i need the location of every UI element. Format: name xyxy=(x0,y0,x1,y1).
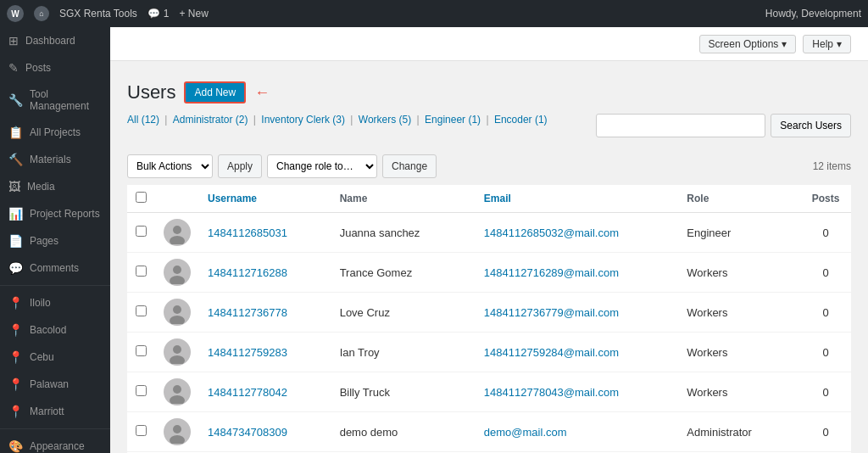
table-row: 1484112778042 Billy Truck 1484112778043@… xyxy=(127,372,851,412)
filter-workers[interactable]: Workers (5) xyxy=(359,114,411,126)
filter-engineer[interactable]: Engineer (1) xyxy=(425,114,481,126)
email-link[interactable]: 1484112778043@mail.com xyxy=(484,386,619,399)
row-username: 1484112685031 xyxy=(199,213,331,253)
svg-point-4 xyxy=(173,266,181,274)
col-header-avatar xyxy=(155,185,199,213)
sidebar-item-materials[interactable]: 🔨 Materials xyxy=(0,146,110,173)
row-checkbox-cell xyxy=(127,372,155,412)
admin-bar: W ⌂ SGX Renta Tools 💬 1 + New Howdy, Dev… xyxy=(0,0,868,27)
filter-inventory-clerk[interactable]: Inventory Clerk (3) xyxy=(261,114,345,126)
sidebar-item-posts[interactable]: ✎ Posts xyxy=(0,54,110,81)
row-name: Juanna sanchez xyxy=(331,213,476,253)
sidebar-item-comments[interactable]: 💬 Comments xyxy=(0,254,110,282)
toolbar-row: Bulk Actions Apply Change role to… Admin… xyxy=(127,154,851,178)
row-name: Ian Troy xyxy=(331,333,476,372)
new-menu[interactable]: + New xyxy=(180,8,209,20)
sidebar-item-marriott[interactable]: 📍 Marriott xyxy=(0,398,110,425)
svg-point-10 xyxy=(173,345,181,354)
sidebar-item-iloilo[interactable]: 📍 Iloilo xyxy=(0,289,110,316)
row-email: 1484112759284@mail.com xyxy=(476,333,678,372)
chevron-down-icon2: ▾ xyxy=(837,38,842,50)
row-posts: 0 xyxy=(800,253,851,293)
comments-count[interactable]: 💬 1 xyxy=(147,8,170,20)
sidebar-item-tool-management[interactable]: 🔧 Tool Management xyxy=(0,81,110,119)
sidebar-item-dashboard[interactable]: ⊞ Dashboard xyxy=(0,27,110,54)
item-count: 12 items xyxy=(813,160,851,172)
row-checkbox[interactable] xyxy=(136,226,147,237)
change-button[interactable]: Change xyxy=(382,154,437,178)
sidebar-item-project-reports[interactable]: 📊 Project Reports xyxy=(0,200,110,227)
row-avatar-cell xyxy=(155,372,199,412)
email-link[interactable]: demo@mail.com xyxy=(484,426,567,439)
change-role-select[interactable]: Change role to… Administrator Editor Aut… xyxy=(267,154,377,178)
username-link[interactable]: 1484112685031 xyxy=(208,226,287,239)
filter-all[interactable]: All (12) xyxy=(127,114,159,126)
search-users-button[interactable]: Search Users xyxy=(771,114,851,137)
col-header-username[interactable]: Username xyxy=(199,185,331,213)
row-checkbox[interactable] xyxy=(136,266,147,277)
username-link[interactable]: 1484112716288 xyxy=(208,266,287,279)
row-checkbox[interactable] xyxy=(136,345,147,356)
username-link[interactable]: 1484734708309 xyxy=(208,426,287,439)
reports-icon: 📊 xyxy=(8,207,23,221)
sidebar-item-cebu[interactable]: 📍 Cebu xyxy=(0,344,110,371)
select-all-checkbox[interactable] xyxy=(136,192,147,203)
comments-icon: 💬 xyxy=(8,261,23,275)
email-link[interactable]: 1484112759284@mail.com xyxy=(484,346,619,359)
help-button[interactable]: Help ▾ xyxy=(803,35,851,53)
row-posts: 0 xyxy=(800,412,851,452)
materials-icon: 🔨 xyxy=(8,153,23,166)
col-header-posts: Posts xyxy=(800,185,851,213)
bacolod-icon: 📍 xyxy=(8,323,23,337)
username-link[interactable]: 1484112759283 xyxy=(208,346,287,359)
table-row: 1484112759283 Ian Troy 1484112759284@mai… xyxy=(127,333,851,372)
email-link[interactable]: 1484112685032@mail.com xyxy=(484,226,619,239)
sidebar-item-bacolod[interactable]: 📍 Bacolod xyxy=(0,316,110,344)
main-content: Screen Options ▾ Help ▾ Users Add New ← … xyxy=(110,27,868,453)
sidebar-item-palawan[interactable]: 📍 Palawan xyxy=(0,371,110,398)
row-checkbox[interactable] xyxy=(136,305,147,316)
site-icon: ⌂ xyxy=(34,6,49,21)
wp-logo-icon[interactable]: W xyxy=(7,5,24,22)
row-name: demo demo xyxy=(331,412,476,452)
sidebar-item-appearance[interactable]: 🎨 Appearance xyxy=(0,433,110,453)
sidebar: ⊞ Dashboard ✎ Posts 🔧 Tool Management 📋 … xyxy=(0,27,110,453)
pages-icon: 📄 xyxy=(8,234,23,248)
apply-button[interactable]: Apply xyxy=(218,154,262,178)
filter-administrator[interactable]: Administrator (2) xyxy=(173,114,248,126)
top-bar: Screen Options ▾ Help ▾ xyxy=(110,27,868,61)
filter-encoder[interactable]: Encoder (1) xyxy=(494,114,548,126)
bulk-actions-select[interactable]: Bulk Actions xyxy=(127,154,213,178)
row-checkbox[interactable] xyxy=(136,425,147,436)
projects-icon: 📋 xyxy=(8,126,23,139)
table-row: 1484112736778 Love Cruz 1484112736779@ma… xyxy=(127,293,851,333)
dashboard-icon: ⊞ xyxy=(8,34,19,48)
iloilo-icon: 📍 xyxy=(8,296,23,310)
sidebar-item-pages[interactable]: 📄 Pages xyxy=(0,227,110,254)
email-link[interactable]: 1484112716289@mail.com xyxy=(484,266,619,279)
col-header-name: Name xyxy=(331,185,476,213)
col-header-email[interactable]: Email xyxy=(476,185,678,213)
filter-links: All (12) | Administrator (2) | Inventory… xyxy=(127,114,548,126)
content-wrap: Users Add New ← All (12) | Administrator… xyxy=(110,61,868,453)
row-username: 1484112759283 xyxy=(199,333,331,372)
palawan-icon: 📍 xyxy=(8,378,23,391)
sidebar-item-all-projects[interactable]: 📋 All Projects xyxy=(0,119,110,146)
site-name[interactable]: SGX Renta Tools xyxy=(59,8,137,20)
row-avatar-cell xyxy=(155,213,199,253)
main-layout: ⊞ Dashboard ✎ Posts 🔧 Tool Management 📋 … xyxy=(0,27,868,453)
svg-point-7 xyxy=(173,305,181,314)
screen-options-button[interactable]: Screen Options ▾ xyxy=(699,35,797,53)
row-email: 1484112685032@mail.com xyxy=(476,213,678,253)
search-input[interactable] xyxy=(596,114,765,137)
add-new-button[interactable]: Add New xyxy=(184,81,246,103)
row-role: Workers xyxy=(678,333,800,372)
email-link[interactable]: 1484112736779@mail.com xyxy=(484,306,619,319)
search-area: Search Users xyxy=(596,114,851,137)
username-link[interactable]: 1484112778042 xyxy=(208,386,287,399)
sidebar-item-media[interactable]: 🖼 Media xyxy=(0,173,110,200)
row-checkbox[interactable] xyxy=(136,385,147,396)
username-link[interactable]: 1484112736778 xyxy=(208,306,287,319)
row-role: Administrator xyxy=(678,412,800,452)
marriott-icon: 📍 xyxy=(8,405,23,418)
